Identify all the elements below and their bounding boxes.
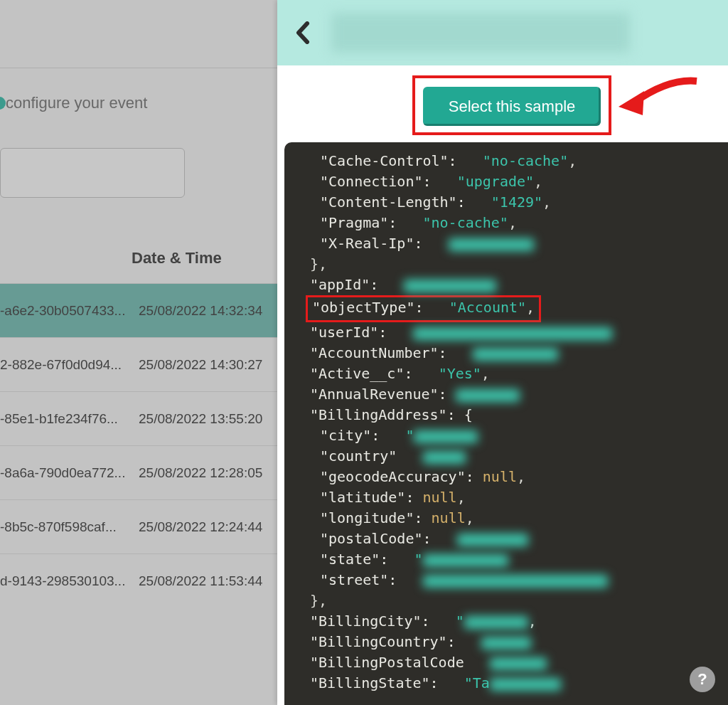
select-zone: Select this sample [277, 65, 728, 142]
chevron-left-icon [295, 21, 311, 44]
code-key: "latitude": [320, 489, 414, 506]
blurred-value [423, 451, 466, 464]
blurred-value [464, 616, 528, 629]
code-key: "geocodeAccuracy": [320, 468, 474, 485]
code-key: "userId": [310, 324, 387, 341]
code-brace: }, [310, 590, 728, 611]
code-key: "Content-Length": [320, 194, 466, 211]
configure-row: configure your event [0, 94, 277, 112]
blurred-value [473, 348, 558, 361]
code-val: "1429" [491, 194, 542, 211]
code-null: null [483, 468, 517, 485]
row-datetime: 25/08/2022 11:53:44 [139, 573, 262, 589]
code-val: "no-cache" [423, 214, 508, 231]
code-val: "Ta [464, 674, 490, 691]
row-datetime: 25/08/2022 12:24:44 [139, 519, 262, 535]
configure-text: configure your event [6, 94, 147, 112]
code-key: "AccountNumber": [310, 344, 447, 361]
row-datetime: 25/08/2022 12:28:05 [139, 465, 262, 481]
left-panel: configure your event Date & Time -a6e2-3… [0, 0, 277, 705]
code-brace: }, [310, 254, 728, 275]
blurred-value [404, 280, 496, 292]
row-id: -8a6a-790d0ea772... [0, 465, 139, 481]
row-id: 2-882e-67f0d0d94... [0, 357, 139, 373]
right-header [277, 0, 728, 65]
code-key: "objectType": [312, 299, 424, 316]
row-id: -a6e2-30b0507433... [0, 303, 139, 319]
sample-title-blurred [331, 13, 630, 53]
code-key: "Active__c": [310, 365, 413, 382]
table-row[interactable]: -85e1-b1fe234f76...25/08/2022 13:55:20 [0, 391, 277, 445]
code-val: "Yes" [439, 365, 481, 382]
blurred-value [449, 238, 534, 251]
row-datetime: 25/08/2022 14:30:27 [139, 357, 262, 373]
row-id: -8b5c-870f598caf... [0, 519, 139, 535]
code-key: "BillingCountry": [310, 633, 456, 650]
code-key: "BillingAddress": { [310, 406, 473, 423]
code-null: null [423, 489, 457, 506]
blurred-value [481, 637, 531, 650]
code-key: "BillingPostalCode [310, 654, 464, 671]
table-row[interactable]: -8b5c-870f598caf...25/08/2022 12:24:44 [0, 499, 277, 553]
status-dot-icon [0, 97, 6, 110]
code-key: "Cache-Control": [320, 152, 457, 169]
row-datetime: 25/08/2022 14:32:34 [139, 303, 262, 319]
table-row[interactable]: d-9143-298530103...25/08/2022 11:53:44 [0, 553, 277, 608]
row-datetime: 25/08/2022 13:55:20 [139, 411, 262, 427]
code-key: "postalCode": [320, 530, 432, 547]
left-section: configure your event Date & Time -a6e2-3… [0, 68, 277, 608]
code-val: "no-cache" [483, 152, 568, 169]
annotation-inline-highlight: "objectType": "Account", [306, 295, 541, 322]
left-top-spacer [0, 0, 277, 68]
back-button[interactable] [289, 18, 317, 47]
code-key: "appId": [310, 276, 378, 293]
code-key: "state": [320, 551, 388, 568]
blurred-value [456, 389, 520, 402]
code-key: "BillingState": [310, 674, 439, 691]
code-key: "city": [320, 427, 380, 444]
code-key: "AnnualRevenue": [310, 386, 447, 403]
code-key: "Pragma": [320, 214, 397, 231]
code-val: "Account" [449, 299, 526, 316]
blurred-value [414, 430, 478, 443]
code-key: "BillingCity": [310, 613, 430, 630]
column-header-datetime: Date & Time [0, 233, 277, 283]
blurred-value [457, 534, 528, 546]
blurred-value [423, 554, 508, 567]
table-row[interactable]: -8a6a-790d0ea772...25/08/2022 12:28:05 [0, 445, 277, 499]
blurred-value [490, 678, 561, 691]
code-val: "upgrade" [457, 173, 534, 190]
blurred-value [423, 575, 608, 588]
code-key: "X-Real-Ip": [320, 235, 423, 252]
code-key: "country" [320, 447, 397, 465]
code-key: "street": [320, 571, 397, 588]
filter-input[interactable] [0, 148, 185, 198]
blurred-value [413, 327, 612, 340]
code-key: "longitude": [320, 509, 423, 526]
select-sample-button[interactable]: Select this sample [423, 87, 601, 126]
blurred-value [490, 657, 547, 670]
json-sample-code: "Cache-Control": "no-cache", "Connection… [284, 142, 728, 705]
code-key: "Connection": [320, 173, 432, 190]
event-table: -a6e2-30b0507433...25/08/2022 14:32:342-… [0, 283, 277, 608]
row-id: -85e1-b1fe234f76... [0, 411, 139, 427]
table-row[interactable]: -a6e2-30b0507433...25/08/2022 14:32:34 [0, 283, 277, 337]
row-id: d-9143-298530103... [0, 573, 139, 589]
code-null: null [432, 509, 466, 526]
table-row[interactable]: 2-882e-67f0d0d94...25/08/2022 14:30:27 [0, 337, 277, 391]
help-button[interactable]: ? [690, 667, 715, 692]
